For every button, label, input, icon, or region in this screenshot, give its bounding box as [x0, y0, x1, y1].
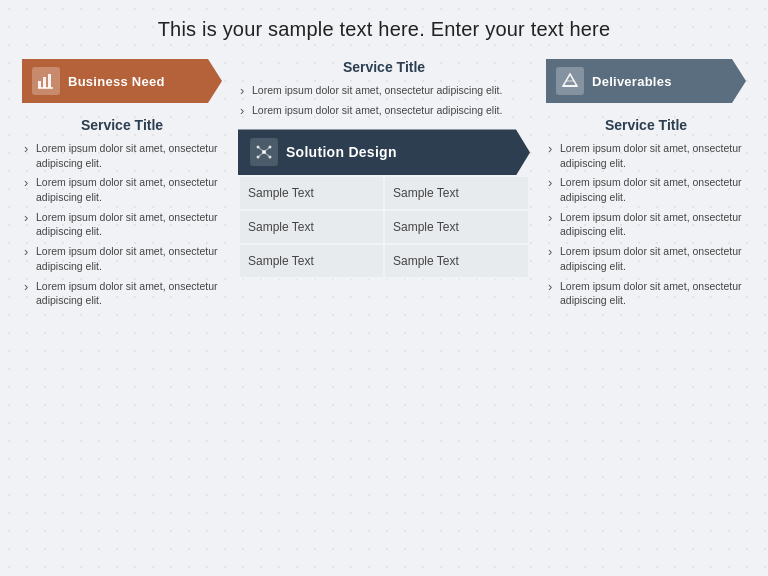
solution-design-label: Solution Design [286, 144, 397, 160]
deliverables-label: Deliverables [592, 74, 672, 89]
grid-cell: Sample Text [384, 244, 529, 278]
grid-cell: Sample Text [384, 210, 529, 244]
right-column: Deliverables Service Title Lorem ipsum d… [546, 59, 746, 313]
business-need-icon-box [32, 67, 60, 95]
list-item: Lorem ipsum dolor sit amet, onsectetur a… [546, 141, 746, 170]
business-need-banner: Business Need [22, 59, 222, 103]
grid-cell: Sample Text [239, 210, 384, 244]
deliverables-icon-box [556, 67, 584, 95]
svg-line-10 [264, 147, 270, 152]
center-bullet-list: Lorem ipsum dolor sit amet, onsectetur a… [238, 83, 530, 117]
list-item: Lorem ipsum dolor sit amet, onsectetur a… [546, 279, 746, 308]
columns-layout: Business Need Service Title Lorem ipsum … [22, 59, 746, 313]
list-item: Lorem ipsum dolor sit amet, onsectetur a… [22, 279, 222, 308]
network-icon [255, 143, 273, 161]
list-item: Lorem ipsum dolor sit amet, onsectetur a… [546, 210, 746, 239]
left-bullet-list: Lorem ipsum dolor sit amet, onsectetur a… [22, 141, 222, 308]
header-title: This is your sample text here. Enter you… [22, 18, 746, 41]
svg-line-9 [258, 147, 264, 152]
bar-chart-icon [37, 72, 55, 90]
list-item: Lorem ipsum dolor sit amet, onsectetur a… [546, 175, 746, 204]
business-need-label: Business Need [68, 74, 165, 89]
pyramid-icon [561, 72, 579, 90]
list-item: Lorem ipsum dolor sit amet, onsectetur a… [546, 244, 746, 273]
deliverables-banner: Deliverables [546, 59, 746, 103]
center-service-title: Service Title [238, 59, 530, 75]
svg-marker-13 [563, 74, 577, 86]
center-column: Service Title Lorem ipsum dolor sit amet… [238, 59, 530, 279]
svg-rect-0 [38, 81, 41, 88]
main-container: This is your sample text here. Enter you… [0, 0, 768, 576]
table-row: Sample Text Sample Text [239, 176, 529, 210]
table-row: Sample Text Sample Text [239, 210, 529, 244]
left-column: Business Need Service Title Lorem ipsum … [22, 59, 222, 313]
center-top-section: Service Title Lorem ipsum dolor sit amet… [238, 59, 530, 117]
svg-rect-1 [43, 77, 46, 88]
table-row: Sample Text Sample Text [239, 244, 529, 278]
list-item: Lorem ipsum dolor sit amet, onsectetur a… [22, 141, 222, 170]
svg-line-12 [264, 152, 270, 157]
right-service-title: Service Title [546, 117, 746, 133]
sample-grid: Sample Text Sample Text Sample Text Samp… [238, 175, 530, 279]
grid-cell: Sample Text [239, 176, 384, 210]
left-service-title: Service Title [22, 117, 222, 133]
solution-design-icon-box [250, 138, 278, 166]
list-item: Lorem ipsum dolor sit amet, onsectetur a… [238, 83, 530, 98]
svg-line-11 [258, 152, 264, 157]
list-item: Lorem ipsum dolor sit amet, onsectetur a… [22, 210, 222, 239]
solution-design-banner: Solution Design [238, 129, 530, 175]
grid-cell: Sample Text [239, 244, 384, 278]
svg-rect-2 [48, 74, 51, 88]
list-item: Lorem ipsum dolor sit amet, onsectetur a… [22, 175, 222, 204]
right-bullet-list: Lorem ipsum dolor sit amet, onsectetur a… [546, 141, 746, 308]
grid-cell: Sample Text [384, 176, 529, 210]
list-item: Lorem ipsum dolor sit amet, onsectetur a… [22, 244, 222, 273]
list-item: Lorem ipsum dolor sit amet, onsectetur a… [238, 103, 530, 118]
